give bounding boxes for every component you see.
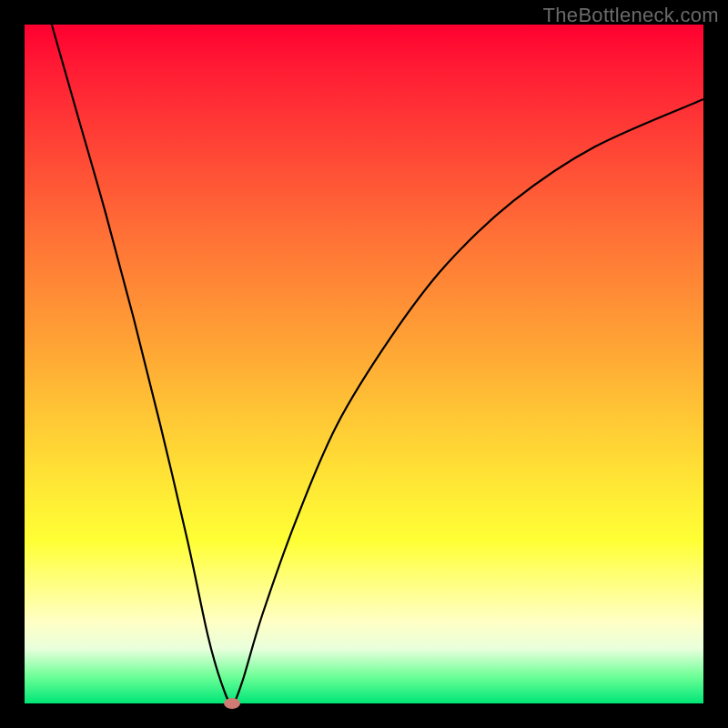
bottleneck-curve bbox=[25, 25, 703, 703]
curve-path bbox=[52, 25, 703, 703]
plot-area bbox=[25, 25, 703, 703]
watermark-text: TheBottleneck.com bbox=[543, 4, 719, 27]
chart-frame: TheBottleneck.com bbox=[0, 0, 728, 728]
minimum-marker bbox=[224, 698, 240, 709]
